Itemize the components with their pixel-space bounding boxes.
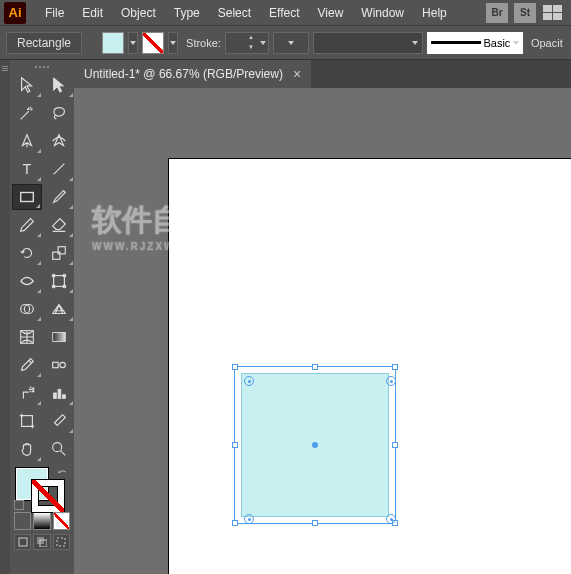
document-tab[interactable]: Untitled-1* @ 66.67% (RGB/Preview) × [74,60,311,88]
fill-color-swatch[interactable] [102,32,124,54]
shape-builder-tool[interactable] [12,296,42,322]
fill-stroke-proxy[interactable]: ⤺ [12,466,72,510]
toolbar-grip-icon[interactable] [12,62,72,72]
swap-fill-stroke-icon[interactable]: ⤺ [58,466,66,477]
selection-type-label[interactable]: Rectangle [6,32,82,54]
svg-rect-20 [63,395,66,399]
brush-basic-dropdown[interactable]: Basic [427,32,523,54]
brush-definition-dropdown[interactable] [313,32,423,54]
rectangle-tool[interactable] [12,184,42,210]
menu-effect[interactable]: Effect [260,2,308,24]
stroke-swatch[interactable] [32,480,64,512]
draw-normal-icon[interactable] [14,534,31,550]
arrange-documents-icon[interactable] [543,5,563,21]
menu-edit[interactable]: Edit [73,2,112,24]
panel-dock-strip[interactable] [0,60,10,574]
canvas-area[interactable]: 软件自学网 WWW.RJZXW.COM [74,88,571,574]
magic-wand-tool[interactable] [12,100,42,126]
rotate-tool[interactable] [12,240,42,266]
color-chip-solid[interactable] [14,512,31,530]
draw-behind-icon[interactable] [33,534,50,550]
stock-badge-icon[interactable]: St [514,3,536,23]
menu-object[interactable]: Object [112,2,165,24]
resize-handle-nw[interactable] [232,364,238,370]
svg-point-17 [33,391,34,392]
svg-rect-2 [21,193,34,202]
width-tool[interactable] [12,268,42,294]
type-tool[interactable]: T [12,156,42,182]
direct-selection-tool[interactable] [44,72,74,98]
live-corner-se-icon[interactable] [386,514,396,524]
menu-help[interactable]: Help [413,2,456,24]
live-corner-sw-icon[interactable] [244,514,254,524]
svg-rect-4 [58,247,65,254]
resize-handle-e[interactable] [392,442,398,448]
resize-handle-ne[interactable] [392,364,398,370]
selection-bounding-box[interactable] [234,366,396,524]
default-fill-stroke-icon[interactable] [14,500,24,510]
pen-tool[interactable] [12,128,42,154]
live-corner-nw-icon[interactable] [244,376,254,386]
document-tab-bar: Untitled-1* @ 66.67% (RGB/Preview) × [74,60,571,88]
svg-rect-14 [53,362,58,367]
gradient-tool[interactable] [44,324,74,350]
svg-rect-21 [22,416,33,427]
stroke-weight-input[interactable]: ▲▼ [225,32,269,54]
line-segment-tool[interactable] [44,156,74,182]
center-point-icon[interactable] [312,442,318,448]
resize-handle-sw[interactable] [232,520,238,526]
slice-tool[interactable] [44,408,74,434]
mesh-tool[interactable] [12,324,42,350]
zoom-tool[interactable] [44,436,74,462]
paintbrush-tool[interactable] [44,184,74,210]
curvature-tool[interactable] [44,128,74,154]
resize-handle-w[interactable] [232,442,238,448]
stroke-color-swatch[interactable] [142,32,164,54]
hand-tool[interactable] [12,436,42,462]
menu-file[interactable]: File [36,2,73,24]
grip-icon [0,62,10,74]
color-chip-none[interactable] [53,512,70,530]
scale-tool[interactable] [44,240,74,266]
artboard-tool[interactable] [12,408,42,434]
perspective-grid-tool[interactable] [44,296,74,322]
stroke-weight-label: Stroke: [186,37,221,49]
variable-width-profile-dropdown[interactable] [273,32,309,54]
symbol-sprayer-tool[interactable] [12,380,42,406]
pencil-tool[interactable] [12,212,42,238]
tool-palette: T ⤺ [10,60,74,556]
resize-handle-n[interactable] [312,364,318,370]
menu-type[interactable]: Type [165,2,209,24]
eraser-tool[interactable] [44,212,74,238]
svg-rect-19 [58,389,61,398]
color-chip-gradient[interactable] [33,512,50,530]
close-tab-icon[interactable]: × [293,66,301,82]
stroke-color-dropdown[interactable] [168,32,178,54]
draw-screen-mode-row [12,532,72,554]
svg-point-16 [33,388,34,389]
menu-bar: Ai File Edit Object Type Select Effect V… [0,0,571,26]
resize-handle-s[interactable] [312,520,318,526]
live-corner-ne-icon[interactable] [386,376,396,386]
column-graph-tool[interactable] [44,380,74,406]
selection-tool[interactable] [12,72,42,98]
svg-line-1 [54,164,65,175]
eyedropper-tool[interactable] [12,352,42,378]
control-bar: Rectangle Stroke: ▲▼ Basic Opacit [0,26,571,60]
free-transform-tool[interactable] [44,268,74,294]
blend-tool[interactable] [44,352,74,378]
svg-point-15 [60,362,65,367]
svg-rect-13 [53,333,66,342]
menu-view[interactable]: View [309,2,353,24]
svg-line-23 [61,451,66,456]
draw-inside-icon[interactable] [53,534,70,550]
fill-color-dropdown[interactable] [128,32,138,54]
brush-name: Basic [483,37,510,49]
svg-rect-3 [53,252,60,259]
bridge-badge-icon[interactable]: Br [486,3,508,23]
menu-window[interactable]: Window [352,2,413,24]
lasso-tool[interactable] [44,100,74,126]
svg-rect-24 [19,538,27,546]
svg-rect-5 [54,276,65,287]
menu-select[interactable]: Select [209,2,260,24]
